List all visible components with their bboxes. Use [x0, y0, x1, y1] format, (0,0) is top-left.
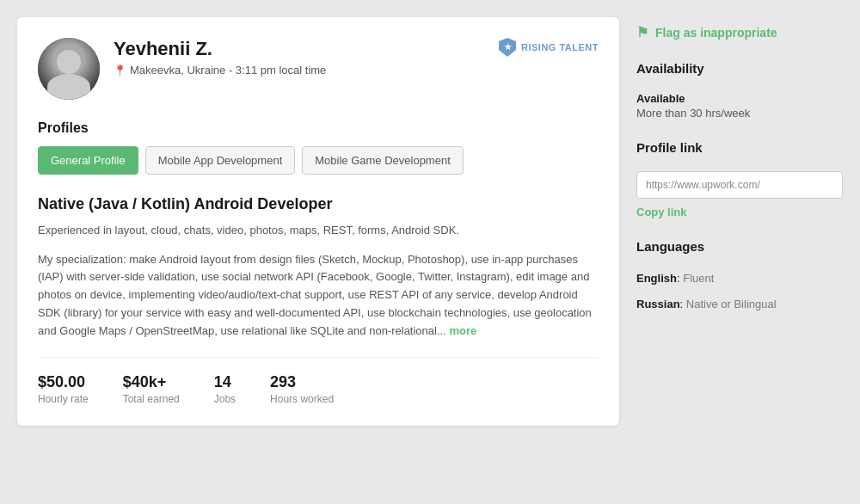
- language-name-russian: Russian: [636, 298, 680, 310]
- stat-hourly-rate-value: $50.00: [38, 373, 89, 391]
- location-separator: -: [229, 64, 236, 77]
- shield-icon: ★: [499, 38, 516, 57]
- language-item-russian: Russian: Native or Bilingual: [636, 296, 843, 313]
- avatar-image: [38, 38, 100, 100]
- tab-mobile-game[interactable]: Mobile Game Development: [302, 146, 464, 175]
- job-title: Native (Java / Kotlin) Android Developer: [38, 195, 599, 213]
- stats-row: $50.00 Hourly rate $40k+ Total earned 14…: [38, 357, 599, 405]
- flag-inappropriate-button[interactable]: ⚑ Flag as inappropriate: [636, 17, 843, 40]
- page-wrapper: Yevhenii Z. 📍 Makeevka, Ukraine - 3:11 p…: [17, 17, 843, 426]
- location-city: Makeevka, Ukraine: [130, 64, 225, 77]
- flag-icon: ⚑: [636, 24, 648, 40]
- long-description: My specialization: make Android layout f…: [38, 251, 599, 341]
- copy-link-button[interactable]: Copy link: [636, 206, 843, 218]
- stat-hourly-rate: $50.00 Hourly rate: [38, 373, 89, 405]
- language-item-english: English: Fluent: [636, 270, 843, 287]
- short-description: Experienced in layout, cloud, chats, vid…: [38, 222, 599, 239]
- stat-total-earned-label: Total earned: [123, 393, 180, 405]
- avatar: [38, 38, 100, 100]
- profile-link-input[interactable]: [636, 171, 843, 199]
- badge-text: RISING TALENT: [521, 42, 599, 52]
- language-level-english: Fluent: [683, 272, 714, 285]
- availability-title: Availability: [636, 61, 843, 83]
- language-name-english: English: [636, 272, 677, 285]
- stat-total-earned-value: $40k+: [123, 373, 180, 391]
- sidebar: ⚑ Flag as inappropriate Availability Ava…: [636, 17, 843, 426]
- languages-section: Languages English: Fluent Russian: Nativ…: [636, 239, 843, 312]
- rising-talent-badge: ★ RISING TALENT: [499, 38, 599, 57]
- profile-link-title: Profile link: [636, 140, 843, 163]
- tab-mobile-app[interactable]: Mobile App Development: [145, 146, 296, 175]
- tab-general-profile[interactable]: General Profile: [38, 146, 138, 175]
- languages-title: Languages: [636, 239, 843, 261]
- stat-jobs: 14 Jobs: [214, 373, 236, 405]
- profile-tabs: General Profile Mobile App Development M…: [38, 146, 599, 175]
- main-card: Yevhenii Z. 📍 Makeevka, Ukraine - 3:11 p…: [17, 17, 619, 426]
- stat-jobs-label: Jobs: [214, 393, 236, 405]
- long-desc-text: My specialization: make Android layout f…: [38, 253, 592, 337]
- stat-jobs-value: 14: [214, 373, 236, 391]
- availability-details: More than 30 hrs/week: [636, 107, 843, 120]
- profile-header: Yevhenii Z. 📍 Makeevka, Ukraine - 3:11 p…: [38, 38, 599, 100]
- stat-hours-worked: 293 Hours worked: [270, 373, 334, 405]
- profiles-section-title: Profiles: [38, 120, 599, 136]
- profile-location: 📍 Makeevka, Ukraine - 3:11 pm local time: [114, 64, 485, 77]
- location-icon: 📍: [114, 65, 126, 77]
- profile-info: Yevhenii Z. 📍 Makeevka, Ukraine - 3:11 p…: [114, 38, 485, 77]
- language-level-russian: Native or Bilingual: [686, 298, 777, 310]
- stat-hourly-rate-label: Hourly rate: [38, 393, 89, 405]
- stat-total-earned: $40k+ Total earned: [123, 373, 180, 405]
- profile-link-section: Profile link Copy link: [636, 140, 843, 218]
- location-text: Makeevka, Ukraine - 3:11 pm local time: [130, 64, 326, 77]
- availability-status: Available: [636, 92, 843, 105]
- availability-section: Availability Available More than 30 hrs/…: [636, 61, 843, 120]
- local-time: 3:11 pm local time: [236, 64, 327, 77]
- more-link[interactable]: more: [449, 324, 476, 337]
- profile-name: Yevhenii Z.: [114, 38, 485, 60]
- svg-text:★: ★: [503, 42, 512, 52]
- profiles-section: Profiles General Profile Mobile App Deve…: [38, 120, 599, 175]
- language-separator-russian: :: [680, 298, 686, 310]
- flag-label: Flag as inappropriate: [655, 26, 777, 40]
- stat-hours-worked-label: Hours worked: [270, 393, 334, 405]
- stat-hours-worked-value: 293: [270, 373, 334, 391]
